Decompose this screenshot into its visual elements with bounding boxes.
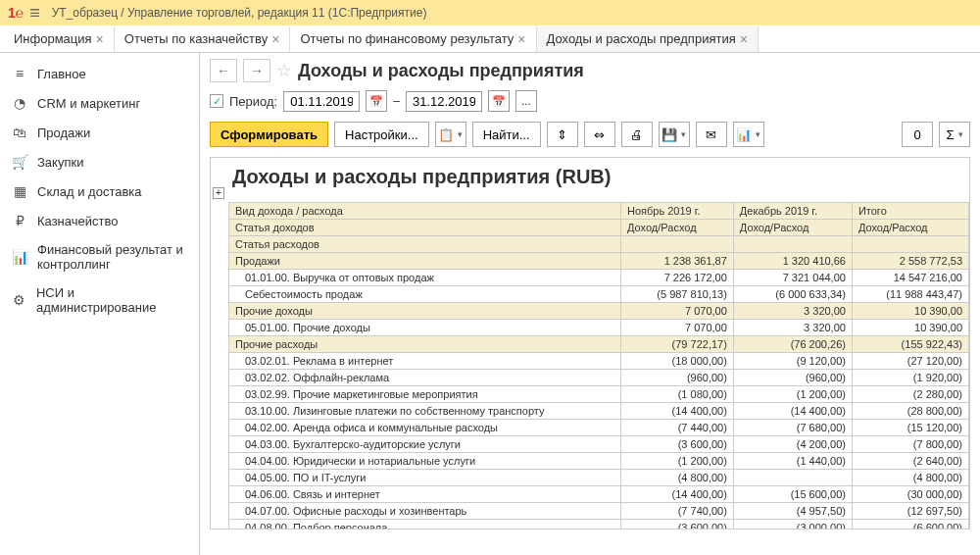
home-icon: ≡ [12,66,27,81]
table-row[interactable]: 04.02.00. Аренда офиса и коммунальные ра… [229,420,969,436]
currency-icon: ₽ [12,213,27,228]
page-title: Доходы и расходы предприятия [298,61,584,81]
date-from-input[interactable] [283,91,360,112]
period-more-button[interactable]: ... [515,90,537,112]
print-button[interactable]: 🖨 [621,122,653,147]
table-row[interactable]: Продажи1 238 361,871 320 410,662 558 772… [229,253,969,270]
table-row[interactable]: 01.01.00. Выручка от оптовых продаж7 226… [229,270,969,286]
bag-icon: 🛍 [12,125,27,140]
table-row[interactable]: 05.01.00. Прочие доходы7 070,003 320,001… [229,320,969,336]
table-row[interactable]: 04.04.00. Юридически и нотариальные услу… [229,453,969,470]
date-to-picker[interactable]: 📅 [488,90,510,112]
date-from-picker[interactable]: 📅 [366,90,387,112]
settings-button[interactable]: Настройки... [334,122,429,147]
table-row[interactable]: Себестоимость продаж(5 987 810,13)(6 000… [229,286,969,303]
tab-income-expenses[interactable]: Доходы и расходы предприятия × [537,26,759,52]
bars-icon: 📊 [12,249,27,265]
sidebar-item-admin[interactable]: ⚙НСИ и администрирование [0,278,199,322]
sidebar: ≡Главное ◔CRM и маркетинг 🛍Продажи 🛒Заку… [0,53,200,555]
close-icon[interactable]: × [517,31,525,47]
tab-treasury-reports[interactable]: Отчеты по казначейству × [115,26,291,52]
app-logo: 1℮ [8,5,24,21]
table-row[interactable]: 03.02.01. Реклама в интернет(18 000,00)(… [229,353,969,370]
close-icon[interactable]: × [96,31,104,47]
tabbar: Информация × Отчеты по казначейству × От… [0,25,980,53]
period-label: Период: [229,94,277,109]
sidebar-item-treasury[interactable]: ₽Казначейство [0,206,199,235]
table-row[interactable]: 03.02.02. Оффлайн-реклама(960,00)(960,00… [229,370,969,386]
email-button[interactable]: ✉ [696,122,727,147]
close-icon[interactable]: × [271,31,279,47]
chart-icon: ◔ [12,95,27,111]
expand-all-toggle[interactable]: + [213,187,224,199]
generate-button[interactable]: Сформировать [210,122,328,147]
sidebar-item-purchases[interactable]: 🛒Закупки [0,147,199,177]
close-icon[interactable]: × [740,31,748,47]
table-row[interactable]: 04.05.00. ПО и IT-услуги(4 800,00)(4 800… [229,470,969,486]
tab-info[interactable]: Информация × [4,26,115,52]
table-row[interactable]: 03.02.99. Прочие маркетинговые мероприят… [229,386,969,403]
date-to-input[interactable] [406,91,482,112]
table-row[interactable]: Прочие расходы(79 722,17)(76 200,26)(155… [229,336,969,353]
table-row[interactable]: 03.10.00. Лизинговые платежи по собствен… [229,403,969,420]
report-table: Вид дохода / расходаНоябрь 2019 г.Декабр… [228,202,969,530]
period-checkbox[interactable]: ✓ [210,94,223,108]
favorite-icon[interactable]: ☆ [276,60,292,81]
sidebar-item-finance[interactable]: 📊Финансовый результат и контроллинг [0,235,199,278]
back-button[interactable]: ← [210,59,237,82]
report-area: + Доходы и расходы предприятия (RUB) Вид… [210,157,970,530]
sidebar-item-main[interactable]: ≡Главное [0,59,199,88]
sum-button[interactable]: Σ▾ [939,122,970,147]
titlebar: 1℮ ≡ УТ_образец / Управление торговлей, … [0,0,980,25]
table-row[interactable]: 04.08.00. Подбор персонала(3 600,00)(3 0… [229,520,969,530]
forward-button[interactable]: → [243,59,270,82]
table-row[interactable]: 04.03.00. Бухгалтерско-аудиторские услуг… [229,436,969,453]
gear-icon: ⚙ [12,292,26,308]
sidebar-item-warehouse[interactable]: ▦Склад и доставка [0,177,199,206]
save-button[interactable]: 💾▾ [659,122,690,147]
table-row[interactable]: 04.06.00. Связь и интернет(14 400,00)(15… [229,486,969,503]
grid-icon: ▦ [12,183,27,199]
table-row[interactable]: Прочие доходы7 070,003 320,0010 390,00 [229,303,969,320]
app-title: УТ_образец / Управление торговлей, редак… [52,6,427,20]
expand-button[interactable]: ⇕ [547,122,578,147]
copy-button[interactable]: 📋▾ [435,122,466,147]
sidebar-item-crm[interactable]: ◔CRM и маркетинг [0,88,199,118]
tab-finance-result-reports[interactable]: Отчеты по финансовому результату × [290,26,536,52]
collapse-button[interactable]: ⇔ [584,122,615,147]
table-row[interactable]: 04.07.00. Офисные расходы и хозинвентарь… [229,503,969,520]
cart-icon: 🛒 [12,154,27,170]
menu-icon[interactable]: ≡ [29,3,40,24]
find-button[interactable]: Найти... [472,122,541,147]
chart-button[interactable]: 📊▾ [733,122,764,147]
sidebar-item-sales[interactable]: 🛍Продажи [0,118,199,147]
zero-button[interactable]: 0 [902,122,933,147]
report-title: Доходы и расходы предприятия (RUB) [228,158,969,202]
